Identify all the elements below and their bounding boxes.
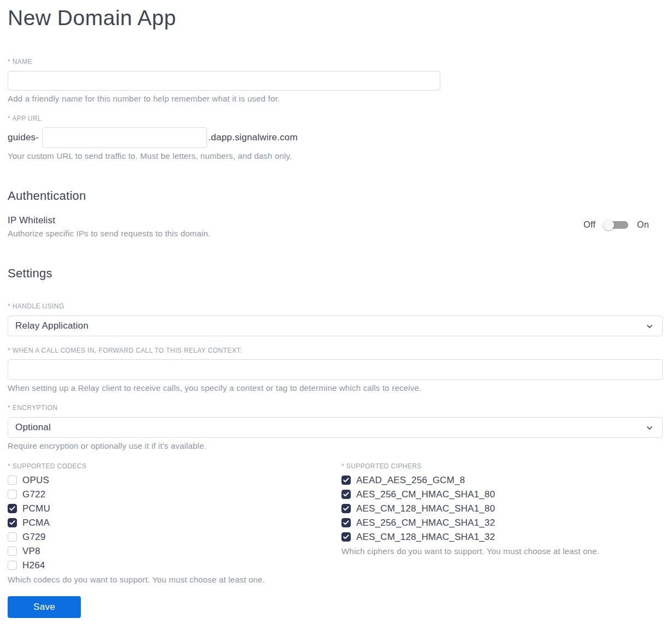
settings-heading: Settings	[8, 266, 663, 281]
check-icon	[343, 491, 350, 498]
codecs-list: OPUS G722 PCMU PCMA	[8, 476, 341, 570]
relay-context-helper-text: When setting up a Relay client to receiv…	[8, 383, 663, 393]
aes-cm-128-hmac-sha1-32-checkbox[interactable]	[341, 532, 351, 542]
aes-256-cm-hmac-sha1-32-checkbox[interactable]	[341, 518, 351, 527]
cipher-label: AES_256_CM_HMAC_SHA1_80	[356, 489, 495, 500]
name-input[interactable]	[8, 71, 440, 91]
name-label: * NAME	[8, 58, 663, 66]
codec-option-opus[interactable]: OPUS	[8, 476, 341, 485]
app-url-suffix: .dapp.signalwire.com	[208, 132, 298, 143]
supported-ciphers-group: * SUPPORTED CIPHERS AEAD_AES_256_GCM_8 A…	[341, 462, 663, 584]
codec-label: H264	[22, 560, 45, 571]
opus-checkbox[interactable]	[8, 476, 17, 485]
g722-checkbox[interactable]	[8, 490, 17, 499]
ip-whitelist-row: IP Whitelist Authorize specific IPs to s…	[8, 215, 663, 238]
cipher-label: AES_CM_128_HMAC_SHA1_80	[356, 503, 495, 514]
settings-section: Settings * HANDLE USING Relay Applicatio…	[8, 266, 663, 618]
ip-whitelist-toggle[interactable]	[603, 219, 629, 230]
toggle-off-label: Off	[583, 220, 596, 230]
codec-option-g729[interactable]: G729	[8, 532, 341, 542]
encryption-value: Optional	[15, 422, 51, 433]
handle-using-value: Relay Application	[15, 320, 89, 331]
codecs-helper-text: Which codecs do you want to support. You…	[8, 575, 341, 584]
vp8-checkbox[interactable]	[8, 546, 17, 556]
cipher-option-aes-256-cm-hmac-sha1-32[interactable]: AES_256_CM_HMAC_SHA1_32	[341, 518, 663, 528]
app-url-helper-text: Your custom URL to send traffic to. Must…	[8, 151, 663, 161]
cipher-label: AES_256_CM_HMAC_SHA1_32	[356, 518, 495, 528]
codec-label: PCMU	[22, 503, 50, 514]
h264-checkbox[interactable]	[8, 561, 17, 570]
check-icon	[343, 505, 350, 512]
toggle-on-label: On	[637, 220, 649, 230]
ciphers-helper-text: Which ciphers do you want to support. Yo…	[341, 546, 663, 556]
toggle-knob	[603, 219, 614, 230]
ciphers-list: AEAD_AES_256_GCM_8 AES_256_CM_HMAC_SHA1_…	[341, 476, 663, 542]
app-url-field-group: * APP URL guides- .dapp.signalwire.com Y…	[8, 115, 663, 161]
encryption-select[interactable]: Optional	[8, 417, 663, 438]
aes-256-cm-hmac-sha1-80-checkbox[interactable]	[341, 490, 351, 499]
authentication-heading: Authentication	[8, 189, 663, 203]
chevron-down-icon	[645, 424, 654, 432]
codec-label: G729	[22, 532, 45, 543]
chevron-down-icon	[645, 322, 654, 331]
page-title: New Domain App	[8, 5, 663, 31]
encryption-label: * ENCRYPTION	[8, 404, 663, 412]
app-url-input[interactable]	[42, 127, 207, 148]
relay-context-input[interactable]	[8, 359, 663, 380]
cipher-option-aead-aes-256-gcm-8[interactable]: AEAD_AES_256_GCM_8	[341, 476, 663, 485]
check-icon	[343, 519, 350, 526]
encryption-group: * ENCRYPTION Optional Require encryption…	[8, 404, 663, 450]
codec-option-vp8[interactable]: VP8	[8, 546, 341, 556]
handle-using-select[interactable]: Relay Application	[8, 316, 663, 336]
ip-whitelist-helper-text: Authorize specific IPs to send requests …	[8, 229, 210, 238]
app-url-prefix: guides-	[8, 132, 39, 143]
check-icon	[343, 533, 350, 540]
codec-label: PCMA	[22, 518, 50, 528]
relay-context-label: * WHEN A CALL COMES IN, FORWARD CALL TO …	[8, 347, 663, 354]
new-domain-app-page: New Domain App * NAME Add a friendly nam…	[0, 0, 672, 624]
check-icon	[9, 505, 16, 512]
handle-using-group: * HANDLE USING Relay Application	[8, 302, 663, 336]
aead-aes-256-gcm-8-checkbox[interactable]	[341, 476, 351, 485]
codec-label: OPUS	[22, 475, 49, 486]
cipher-option-aes-cm-128-hmac-sha1-32[interactable]: AES_CM_128_HMAC_SHA1_32	[341, 532, 663, 542]
supported-codecs-group: * SUPPORTED CODECS OPUS G722 PCMU	[8, 462, 341, 584]
codec-option-h264[interactable]: H264	[8, 561, 341, 570]
pcma-checkbox[interactable]	[8, 518, 17, 527]
name-field-group: * NAME Add a friendly name for this numb…	[8, 58, 663, 103]
g729-checkbox[interactable]	[8, 532, 17, 542]
pcmu-checkbox[interactable]	[8, 504, 17, 513]
ip-whitelist-info: IP Whitelist Authorize specific IPs to s…	[8, 215, 210, 238]
relay-context-group: * WHEN A CALL COMES IN, FORWARD CALL TO …	[8, 347, 663, 393]
app-url-row: guides- .dapp.signalwire.com	[8, 127, 663, 148]
cipher-option-aes-256-cm-hmac-sha1-80[interactable]: AES_256_CM_HMAC_SHA1_80	[341, 490, 663, 500]
codec-label: VP8	[22, 546, 40, 557]
app-url-label: * APP URL	[8, 115, 663, 122]
cipher-label: AES_CM_128_HMAC_SHA1_32	[356, 532, 495, 543]
check-icon	[9, 519, 16, 526]
aes-cm-128-hmac-sha1-80-checkbox[interactable]	[341, 504, 351, 513]
codec-option-pcma[interactable]: PCMA	[8, 518, 341, 528]
codecs-ciphers-row: * SUPPORTED CODECS OPUS G722 PCMU	[8, 462, 663, 584]
supported-codecs-label: * SUPPORTED CODECS	[8, 462, 341, 470]
cipher-label: AEAD_AES_256_GCM_8	[356, 475, 465, 486]
ip-whitelist-label: IP Whitelist	[8, 215, 210, 226]
ip-whitelist-toggle-group: Off On	[583, 219, 649, 230]
cipher-option-aes-cm-128-hmac-sha1-80[interactable]: AES_CM_128_HMAC_SHA1_80	[341, 504, 663, 514]
codec-option-pcmu[interactable]: PCMU	[8, 504, 341, 514]
save-button[interactable]: Save	[8, 596, 81, 618]
codec-label: G722	[22, 489, 45, 500]
handle-using-label: * HANDLE USING	[8, 302, 663, 310]
encryption-helper-text: Require encryption or optionally use it …	[8, 441, 663, 450]
name-helper-text: Add a friendly name for this number to h…	[8, 94, 663, 103]
supported-ciphers-label: * SUPPORTED CIPHERS	[341, 462, 663, 470]
codec-option-g722[interactable]: G722	[8, 490, 341, 500]
authentication-section: Authentication IP Whitelist Authorize sp…	[8, 189, 663, 238]
check-icon	[343, 477, 350, 484]
